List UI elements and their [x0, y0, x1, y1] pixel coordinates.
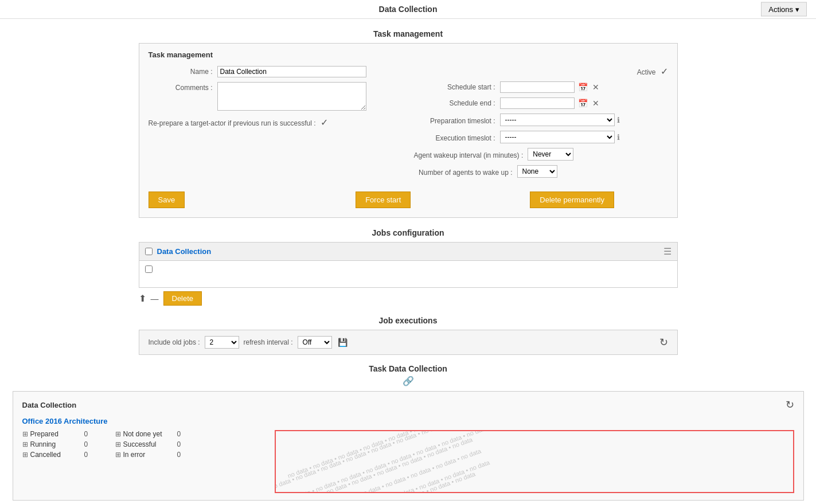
dc-refresh-icon[interactable]: ↻ — [786, 398, 794, 411]
task-management-section-title: Task management — [13, 29, 804, 38]
schedule-end-input[interactable] — [500, 97, 575, 109]
dc-panel: Data Collection ↻ Office 2016 Architectu… — [13, 391, 804, 501]
preparation-timeslot-field: ----- ℹ — [500, 114, 620, 126]
schedule-end-row: Schedule end : 📅 ✕ — [414, 97, 668, 109]
reprepare-field-row: Re-prepare a target-actor if previous ru… — [149, 117, 403, 128]
schedule-start-clear-icon[interactable]: ✕ — [591, 83, 600, 92]
task-management-box-title: Task management — [149, 50, 668, 59]
active-field-row: Active ✓ — [414, 66, 668, 77]
execution-timeslot-label: Execution timeslot : — [414, 132, 500, 142]
stat-num-running: 0 — [84, 440, 96, 448]
schedule-end-field: 📅 ✕ — [500, 97, 600, 109]
stat-label-running: Running — [30, 440, 82, 448]
task-data-title: Task Data Collection — [13, 364, 804, 373]
stat-expand-successful[interactable]: ⊞ — [115, 440, 121, 448]
stat-num-not-done: 0 — [177, 430, 189, 438]
office-title: Office 2016 Architecture — [22, 417, 794, 425]
upload-icon: ⬆ — [139, 293, 146, 304]
jobs-content — [139, 261, 677, 278]
comments-field-value — [217, 82, 403, 112]
delete-permanently-button[interactable]: Delete permanently — [530, 192, 614, 208]
delete-button[interactable]: Delete — [163, 291, 202, 306]
stat-row-running: ⊞ Running 0 ⊞ Successful 0 — [22, 440, 263, 448]
active-label: Active — [592, 67, 661, 76]
stat-label-prepared: Prepared — [30, 430, 82, 438]
reprepare-checkmark: ✓ — [321, 117, 328, 128]
num-agents-row: Number of agents to wake up : None — [414, 165, 668, 178]
num-agents-select[interactable]: None — [517, 165, 557, 178]
preparation-timeslot-label: Preparation timeslot : — [414, 115, 500, 125]
execution-timeslot-row: Execution timeslot : ----- ℹ — [414, 131, 668, 143]
agent-wakeup-select[interactable]: Never — [528, 148, 573, 161]
preparation-info-icon: ℹ — [617, 116, 620, 124]
jobs-header-title: Data Collection — [157, 247, 663, 256]
watermark-area: no data • no data • no data • no data • … — [275, 430, 794, 493]
schedule-end-clear-icon[interactable]: ✕ — [591, 99, 600, 108]
refresh-interval-select[interactable]: Off 5s 10s — [298, 336, 332, 349]
actions-button[interactable]: Actions ▾ — [761, 2, 807, 17]
dc-stats-left: ⊞ Prepared 0 ⊞ Not done yet 0 ⊞ Running … — [22, 430, 263, 461]
force-start-button[interactable]: Force start — [356, 192, 411, 208]
name-field-value — [217, 66, 403, 77]
stat-num-prepared: 0 — [84, 430, 96, 438]
page-header: Data Collection Actions ▾ — [0, 0, 816, 19]
form-right: Active ✓ Schedule start : 📅 ✕ Schedule e… — [414, 66, 668, 182]
preparation-timeslot-select[interactable]: ----- — [500, 114, 615, 126]
jobs-content-checkbox[interactable] — [145, 265, 153, 273]
page-title: Data Collection — [379, 5, 438, 14]
agent-wakeup-row: Agent wakeup interval (in minutes) : Nev… — [414, 148, 668, 161]
stat-expand-in-error[interactable]: ⊞ — [115, 451, 121, 459]
execution-timeslot-select[interactable]: ----- — [500, 131, 615, 143]
upload-label: — — [151, 294, 159, 303]
comments-textarea[interactable] — [217, 82, 366, 111]
execution-info-icon: ℹ — [617, 133, 620, 142]
stat-num-cancelled: 0 — [84, 451, 96, 459]
schedule-start-calendar-icon[interactable]: 📅 — [577, 83, 589, 92]
stat-label-in-error: In error — [123, 451, 175, 459]
comments-field-row: Comments : — [149, 82, 403, 112]
stat-row-prepared: ⊞ Prepared 0 ⊞ Not done yet 0 — [22, 430, 263, 438]
save-refresh-icon[interactable]: 💾 — [337, 338, 349, 347]
stat-row-cancelled: ⊞ Cancelled 0 ⊞ In error 0 — [22, 451, 263, 459]
include-old-jobs-select[interactable]: 2 5 10 — [205, 336, 239, 349]
stat-expand-cancelled[interactable]: ⊞ — [22, 451, 28, 459]
schedule-end-label: Schedule end : — [414, 97, 500, 107]
task-management-box: Task management Name : Comments : R — [139, 43, 678, 218]
task-form-layout: Name : Comments : Re-prepare a target-ac… — [149, 66, 668, 182]
dc-panel-header: Data Collection ↻ — [22, 398, 794, 411]
jobs-config-section-title: Jobs configuration — [13, 228, 804, 237]
active-checkmark: ✓ — [661, 66, 668, 77]
name-field-row: Name : — [149, 66, 403, 77]
dc-panel-title: Data Collection — [22, 401, 77, 409]
stat-label-successful: Successful — [123, 440, 175, 448]
stat-num-in-error: 0 — [177, 451, 189, 459]
exec-box: Include old jobs : 2 5 10 refresh interv… — [139, 330, 678, 355]
schedule-start-field: 📅 ✕ — [500, 81, 600, 93]
execution-timeslot-field: ----- ℹ — [500, 131, 620, 143]
form-left: Name : Comments : Re-prepare a target-ac… — [149, 66, 403, 182]
reprepare-label: Re-prepare a target-actor if previous ru… — [149, 118, 321, 127]
save-button[interactable]: Save — [149, 192, 185, 208]
link-icon: 🔗 — [13, 376, 804, 386]
agent-wakeup-label: Agent wakeup interval (in minutes) : — [414, 150, 528, 159]
jobs-header-checkbox[interactable] — [145, 248, 153, 255]
refresh-icon[interactable]: ↻ — [659, 336, 668, 349]
name-input[interactable] — [217, 66, 366, 77]
preparation-timeslot-row: Preparation timeslot : ----- ℹ — [414, 114, 668, 126]
comments-label: Comments : — [149, 82, 217, 92]
exec-row: Include old jobs : 2 5 10 refresh interv… — [149, 336, 668, 349]
jobs-hamburger-icon: ☰ — [663, 246, 671, 257]
name-label: Name : — [149, 66, 217, 76]
schedule-start-input[interactable] — [500, 81, 575, 93]
stat-expand-not-done[interactable]: ⊞ — [115, 430, 121, 438]
task-button-row: Save Force start Delete permanently — [149, 192, 668, 208]
jobs-config-box: Data Collection ☰ — [139, 242, 678, 288]
stat-expand-prepared[interactable]: ⊞ — [22, 430, 28, 438]
dc-stats-row: ⊞ Prepared 0 ⊞ Not done yet 0 ⊞ Running … — [22, 430, 794, 493]
schedule-end-calendar-icon[interactable]: 📅 — [577, 99, 589, 108]
job-executions-section-title: Job executions — [13, 316, 804, 325]
schedule-start-label: Schedule start : — [414, 81, 500, 91]
stat-expand-running[interactable]: ⊞ — [22, 440, 28, 448]
chevron-down-icon: ▾ — [795, 5, 799, 14]
stat-num-successful: 0 — [177, 440, 189, 448]
